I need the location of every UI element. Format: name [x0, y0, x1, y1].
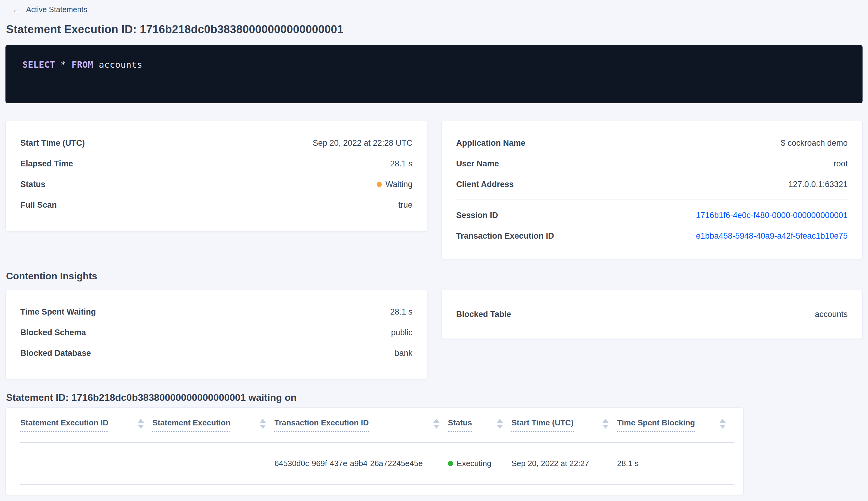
sql-table-name: accounts	[99, 60, 142, 70]
blocked-schema-label: Blocked Schema	[20, 328, 86, 337]
column-header-label: Statement Execution	[152, 418, 230, 432]
user-name-value: root	[833, 159, 848, 169]
column-header-label: Time Spent Blocking	[617, 418, 695, 432]
sort-icon	[260, 419, 267, 429]
cell-status-text: Executing	[457, 459, 491, 468]
application-name-value: $ cockroach demo	[781, 138, 848, 148]
sort-icon	[138, 419, 144, 429]
user-name-label: User Name	[456, 159, 499, 169]
sql-star: *	[61, 60, 66, 70]
time-spent-waiting-value: 28.1 s	[390, 307, 412, 317]
user-name-row: User Name root	[456, 153, 848, 174]
transaction-execution-id-row: Transaction Execution ID e1bba458-5948-4…	[456, 226, 848, 246]
sort-icon	[433, 419, 440, 429]
sql-keyword-select: SELECT	[22, 60, 55, 70]
contention-cards-row: Time Spent Waiting 28.1 s Blocked Schema…	[6, 290, 862, 379]
back-link-label: Active Statements	[26, 5, 87, 14]
session-id-row: Session ID 1716b1f6-4e0c-f480-0000-00000…	[456, 205, 848, 226]
page-title: Statement Execution ID: 1716b218dc0b3838…	[6, 23, 862, 36]
transaction-execution-id-link[interactable]: e1bba458-5948-40a9-a42f-5feac1b10e75	[696, 231, 848, 241]
sort-icon	[603, 419, 609, 429]
waiting-status-dot-icon	[377, 182, 382, 187]
waiting-on-table: Statement Execution ID Statement Executi…	[6, 407, 744, 495]
time-spent-waiting-row: Time Spent Waiting 28.1 s	[20, 301, 412, 322]
start-time-value: Sep 20, 2022 at 22:28 UTC	[313, 138, 412, 148]
client-address-label: Client Address	[456, 180, 514, 189]
client-address-row: Client Address 127.0.0.1:63321	[456, 174, 848, 195]
executing-status-dot-icon	[448, 461, 453, 466]
column-header-label: Statement Execution ID	[20, 418, 108, 432]
blocked-table-card: Blocked Table accounts	[441, 290, 862, 339]
contention-insights-heading: Contention Insights	[6, 270, 862, 282]
session-id-label: Session ID	[456, 211, 498, 220]
session-id-link[interactable]: 1716b1f6-4e0c-f480-0000-000000000001	[696, 211, 848, 220]
sort-icon	[497, 419, 503, 429]
application-name-row: Application Name $ cockroach demo	[456, 133, 848, 153]
application-name-label: Application Name	[456, 138, 525, 148]
column-header-statement-execution-id[interactable]: Statement Execution ID	[20, 418, 152, 432]
column-header-label: Start Time (UTC)	[511, 418, 574, 432]
sql-statement-text: SELECT * FROM accounts	[22, 60, 846, 70]
column-header-transaction-execution-id[interactable]: Transaction Execution ID	[274, 418, 448, 432]
details-cards-row: Start Time (UTC) Sep 20, 2022 at 22:28 U…	[6, 121, 862, 259]
back-link-active-statements[interactable]: ← Active Statements	[12, 4, 862, 15]
full-scan-value: true	[398, 200, 412, 210]
start-time-row: Start Time (UTC) Sep 20, 2022 at 22:28 U…	[20, 133, 412, 153]
status-label: Status	[20, 180, 45, 189]
waiting-on-heading: Statement ID: 1716b218dc0b38380000000000…	[6, 392, 862, 403]
execution-summary-card: Start Time (UTC) Sep 20, 2022 at 22:28 U…	[6, 121, 427, 232]
back-arrow-icon: ←	[12, 5, 21, 14]
blocked-table-row: Blocked Table accounts	[456, 304, 848, 324]
blocked-schema-value: public	[391, 328, 412, 337]
table-row-divider	[20, 484, 734, 484]
cell-time-spent-blocking: 28.1 s	[617, 459, 734, 468]
column-header-status[interactable]: Status	[448, 418, 511, 432]
cell-transaction-execution-id: 64530d0c-969f-437e-a9b4-26a72245e45e	[274, 459, 448, 468]
status-value: Waiting	[377, 180, 412, 189]
column-header-time-spent-blocking[interactable]: Time Spent Blocking	[617, 418, 734, 432]
blocked-schema-row: Blocked Schema public	[20, 322, 412, 343]
column-header-label: Transaction Execution ID	[274, 418, 369, 432]
blocked-table-label: Blocked Table	[456, 310, 511, 319]
blocked-database-row: Blocked Database bank	[20, 343, 412, 363]
time-spent-waiting-label: Time Spent Waiting	[20, 307, 96, 317]
client-address-value: 127.0.0.1:63321	[789, 180, 848, 189]
cell-start-time: Sep 20, 2022 at 22:27	[511, 459, 617, 468]
sql-keyword-from: FROM	[72, 60, 94, 70]
full-scan-label: Full Scan	[20, 200, 57, 210]
blocked-database-value: bank	[394, 349, 412, 358]
status-row: Status Waiting	[20, 174, 412, 195]
sort-icon	[719, 419, 726, 429]
contention-details-card: Time Spent Waiting 28.1 s Blocked Schema…	[6, 290, 427, 379]
column-header-statement-execution[interactable]: Statement Execution	[152, 418, 274, 432]
column-header-start-time[interactable]: Start Time (UTC)	[511, 418, 617, 432]
elapsed-time-row: Elapsed Time 28.1 s	[20, 153, 412, 174]
session-details-card: Application Name $ cockroach demo User N…	[441, 121, 862, 259]
cell-status: Executing	[448, 459, 511, 468]
elapsed-time-value: 28.1 s	[390, 159, 412, 169]
sql-statement-box: SELECT * FROM accounts	[6, 45, 862, 103]
column-header-label: Status	[448, 418, 472, 432]
blocked-table-value: accounts	[815, 310, 848, 319]
start-time-label: Start Time (UTC)	[20, 138, 85, 148]
blocked-database-label: Blocked Database	[20, 349, 91, 358]
table-header-row: Statement Execution ID Statement Executi…	[20, 408, 734, 442]
statement-details-page: ← Active Statements Statement Execution …	[0, 0, 868, 495]
elapsed-time-label: Elapsed Time	[20, 159, 73, 169]
card-divider	[456, 200, 848, 200]
full-scan-row: Full Scan true	[20, 195, 412, 215]
status-text: Waiting	[386, 180, 412, 189]
transaction-execution-id-label: Transaction Execution ID	[456, 231, 554, 241]
table-row: 64530d0c-969f-437e-a9b4-26a72245e45e Exe…	[20, 443, 734, 484]
